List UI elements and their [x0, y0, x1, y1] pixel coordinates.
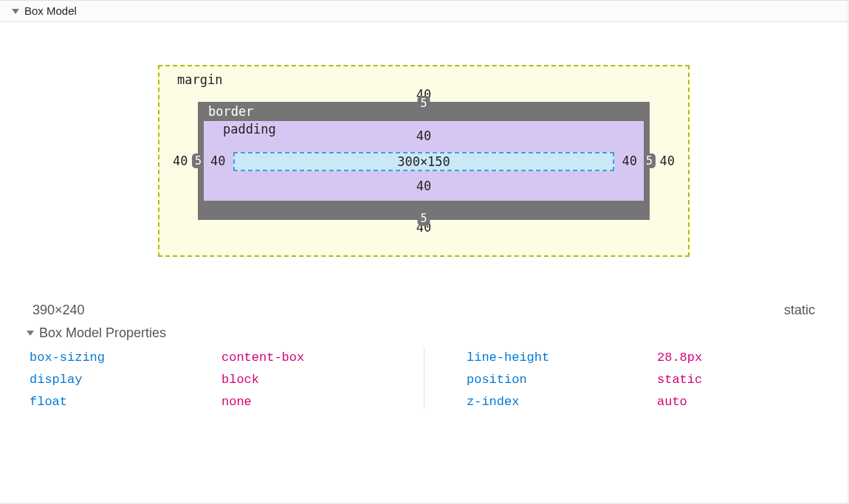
- padding-label: padding: [223, 122, 276, 137]
- padding-top-value[interactable]: 40: [416, 128, 431, 143]
- box-model-title: Box Model: [24, 1, 77, 21]
- column-divider: [424, 347, 424, 409]
- property-name[interactable]: z-index: [467, 391, 657, 413]
- padding-left-value[interactable]: 40: [210, 153, 225, 168]
- property-name[interactable]: display: [30, 369, 221, 391]
- border-right-value[interactable]: 5: [643, 153, 656, 168]
- property-row: display block: [30, 369, 416, 391]
- border-top-value[interactable]: 5: [417, 96, 430, 111]
- total-size: 390×240: [32, 303, 85, 318]
- property-row: line-height 28.8px: [424, 347, 811, 369]
- property-value[interactable]: block: [221, 369, 259, 391]
- property-row: box-sizing content-box: [30, 347, 416, 369]
- padding-bottom-value[interactable]: 40: [416, 179, 431, 193]
- property-name[interactable]: float: [30, 391, 221, 413]
- property-value[interactable]: none: [221, 391, 252, 413]
- chevron-down-icon: [27, 331, 34, 336]
- border-left-value[interactable]: 5: [192, 153, 204, 168]
- box-model-properties-header[interactable]: Box Model Properties: [30, 325, 818, 341]
- chevron-down-icon: [12, 9, 19, 14]
- border-label: border: [208, 104, 253, 119]
- property-row: z-index auto: [424, 391, 811, 413]
- content-layer[interactable]: 300×150: [233, 152, 614, 171]
- property-value[interactable]: static: [657, 369, 702, 391]
- margin-left-value[interactable]: 40: [173, 153, 188, 168]
- property-name[interactable]: line-height: [467, 347, 657, 369]
- margin-label: margin: [177, 72, 222, 87]
- padding-right-value[interactable]: 40: [622, 153, 637, 168]
- properties-table: box-sizing content-box display block flo…: [30, 347, 818, 413]
- position-mode: static: [784, 303, 815, 318]
- box-model-diagram: margin 40 40 40 40 border 5 5 5 5 paddin…: [158, 65, 690, 257]
- property-row: float none: [30, 391, 416, 413]
- property-row: position static: [424, 369, 811, 391]
- content-size: 300×150: [397, 154, 450, 169]
- box-model-properties-title: Box Model Properties: [39, 325, 166, 341]
- property-value[interactable]: auto: [657, 391, 687, 413]
- property-value[interactable]: content-box: [221, 347, 304, 369]
- margin-right-value[interactable]: 40: [660, 153, 675, 168]
- property-value[interactable]: 28.8px: [657, 347, 702, 369]
- property-name[interactable]: box-sizing: [30, 347, 221, 369]
- border-bottom-value[interactable]: 5: [417, 211, 430, 226]
- property-name[interactable]: position: [467, 369, 657, 391]
- box-model-section-header[interactable]: Box Model: [0, 0, 848, 22]
